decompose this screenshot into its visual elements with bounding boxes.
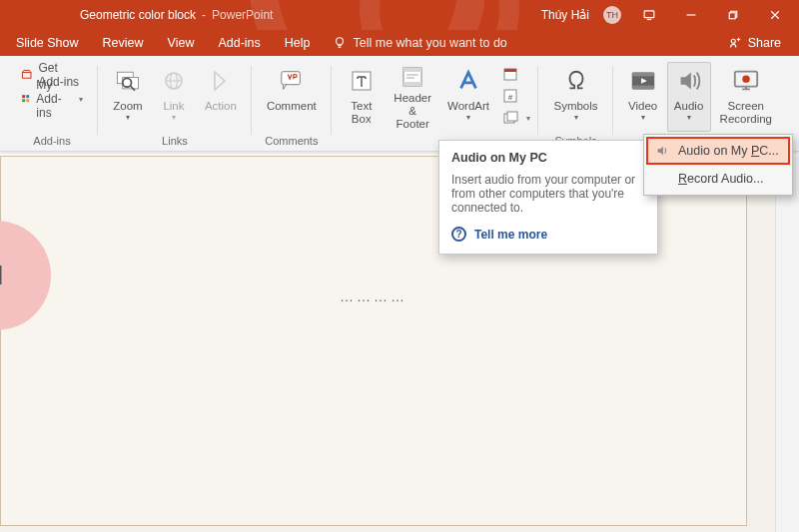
share-button[interactable]: Share bbox=[714, 36, 795, 50]
store-icon bbox=[21, 67, 32, 83]
object-button[interactable]: ▾ bbox=[498, 108, 534, 128]
date-time-button[interactable] bbox=[498, 64, 534, 84]
zoom-button[interactable]: Zoom ▾ bbox=[106, 62, 150, 132]
omega-icon bbox=[563, 65, 589, 97]
tooltip-body: Insert audio from your computer or from … bbox=[451, 173, 645, 215]
menu-item-label: Audio on My PC... bbox=[678, 144, 779, 158]
screen-recording-button[interactable]: ScreenRecording bbox=[713, 62, 779, 132]
chevron-down-icon: ▾ bbox=[466, 113, 470, 122]
svg-point-3 bbox=[731, 39, 735, 43]
chevron-down-icon: ▾ bbox=[526, 114, 530, 123]
svg-rect-17 bbox=[403, 68, 421, 72]
tab-label: Review bbox=[103, 36, 144, 50]
pink-circle-shape[interactable]: d bbox=[0, 221, 51, 330]
textbox-button[interactable]: TextBox bbox=[340, 62, 384, 132]
svg-rect-7 bbox=[22, 100, 25, 103]
user-name[interactable]: Thúy Hải bbox=[541, 8, 589, 22]
symbols-button[interactable]: Symbols ▾ bbox=[546, 62, 604, 132]
tab-label: Slide Show bbox=[16, 36, 79, 50]
zoom-icon bbox=[114, 65, 142, 97]
audio-tooltip: Audio on My PC Insert audio from your co… bbox=[438, 140, 658, 255]
close-button[interactable] bbox=[761, 0, 789, 30]
ribbon-tabs: Slide Show Review View Add-ins Help Tell… bbox=[0, 30, 799, 56]
group-links: Zoom ▾ Link ▾ Action Links bbox=[98, 62, 252, 151]
link-icon bbox=[162, 65, 186, 97]
video-icon bbox=[629, 65, 657, 97]
slide-workspace: d ………… bbox=[0, 156, 799, 532]
lightbulb-icon bbox=[333, 36, 347, 50]
blank-icon bbox=[654, 171, 670, 187]
audio-icon bbox=[675, 65, 703, 97]
chevron-down-icon: ▾ bbox=[574, 113, 578, 122]
title-bar: Geometric color block - PowerPoint Thúy … bbox=[0, 0, 799, 30]
display-mode-icon[interactable] bbox=[635, 0, 663, 30]
wordart-button[interactable]: WordArt ▾ bbox=[442, 62, 495, 132]
group-symbols: Symbols ▾ Symbols bbox=[538, 62, 612, 151]
svg-rect-4 bbox=[22, 73, 31, 79]
share-label: Share bbox=[748, 36, 781, 50]
zoom-label: Zoom bbox=[113, 100, 142, 113]
menu-item-label: Record Audio... bbox=[678, 172, 763, 186]
slide-number-button[interactable]: # bbox=[498, 86, 534, 106]
svg-rect-0 bbox=[644, 11, 654, 18]
date-icon bbox=[502, 66, 518, 82]
svg-rect-1 bbox=[729, 13, 735, 19]
action-label: Action bbox=[205, 100, 237, 113]
audio-label: Audio bbox=[674, 100, 703, 113]
tab-slide-show[interactable]: Slide Show bbox=[4, 30, 91, 56]
tab-label: Add-ins bbox=[218, 36, 260, 50]
tab-add-ins[interactable]: Add-ins bbox=[206, 30, 272, 56]
tell-me-placeholder: Tell me what you want to do bbox=[354, 36, 507, 50]
speaker-icon bbox=[654, 143, 670, 159]
action-button: Action bbox=[198, 62, 244, 132]
comment-button[interactable]: Comment bbox=[260, 62, 324, 132]
chevron-down-icon: ▾ bbox=[79, 95, 83, 104]
svg-point-2 bbox=[336, 38, 343, 45]
tab-label: View bbox=[168, 36, 195, 50]
wordart-label: WordArt bbox=[447, 100, 489, 113]
user-avatar[interactable]: TH bbox=[603, 6, 621, 24]
tell-me-search[interactable]: Tell me what you want to do bbox=[323, 36, 507, 50]
tell-me-more-label: Tell me more bbox=[474, 228, 547, 242]
textbox-label: TextBox bbox=[351, 100, 372, 126]
chevron-down-icon: ▾ bbox=[641, 113, 645, 122]
tab-help[interactable]: Help bbox=[273, 30, 323, 56]
app-name: PowerPoint bbox=[212, 8, 273, 22]
chevron-down-icon: ▾ bbox=[126, 113, 130, 122]
object-icon bbox=[502, 110, 518, 126]
minimize-button[interactable] bbox=[677, 0, 705, 30]
title-text: Geometric color block - PowerPoint bbox=[0, 8, 273, 22]
group-text: TextBox Header& Footer WordArt ▾ bbox=[332, 62, 539, 151]
menu-audio-on-my-pc[interactable]: Audio on My PC... bbox=[646, 137, 790, 165]
comment-label: Comment bbox=[267, 100, 317, 113]
screen-recording-label: ScreenRecording bbox=[720, 100, 772, 126]
header-footer-label: Header& Footer bbox=[393, 92, 433, 132]
svg-rect-24 bbox=[507, 112, 517, 121]
tab-review[interactable]: Review bbox=[91, 30, 156, 56]
group-comments-label: Comments bbox=[265, 133, 318, 151]
symbols-label: Symbols bbox=[553, 100, 597, 113]
svg-rect-27 bbox=[631, 86, 653, 90]
header-footer-icon bbox=[400, 65, 424, 89]
slide-number-icon: # bbox=[502, 88, 518, 104]
tell-me-more-link[interactable]: ? Tell me more bbox=[451, 227, 645, 242]
menu-record-audio[interactable]: Record Audio... bbox=[646, 165, 790, 193]
audio-button[interactable]: Audio ▾ bbox=[667, 62, 711, 132]
my-addins-button[interactable]: My Add-ins ▾ bbox=[14, 88, 90, 110]
tab-view[interactable]: View bbox=[156, 30, 207, 56]
header-footer-button[interactable]: Header& Footer bbox=[386, 62, 440, 132]
my-addins-label: My Add-ins bbox=[36, 78, 71, 120]
svg-rect-26 bbox=[631, 73, 653, 77]
vertical-scrollbar[interactable] bbox=[775, 156, 799, 532]
svg-point-29 bbox=[742, 75, 749, 82]
audio-dropdown-menu: Audio on My PC... Record Audio... bbox=[643, 134, 793, 196]
svg-rect-20 bbox=[504, 69, 516, 72]
link-button: Link ▾ bbox=[152, 62, 196, 132]
addins-icon bbox=[21, 91, 30, 107]
group-links-label: Links bbox=[162, 133, 188, 151]
dotted-text: ………… bbox=[340, 288, 407, 304]
svg-rect-18 bbox=[403, 82, 421, 86]
restore-button[interactable] bbox=[719, 0, 747, 30]
video-button[interactable]: Video ▾ bbox=[621, 62, 665, 132]
title-separator: - bbox=[202, 8, 206, 22]
